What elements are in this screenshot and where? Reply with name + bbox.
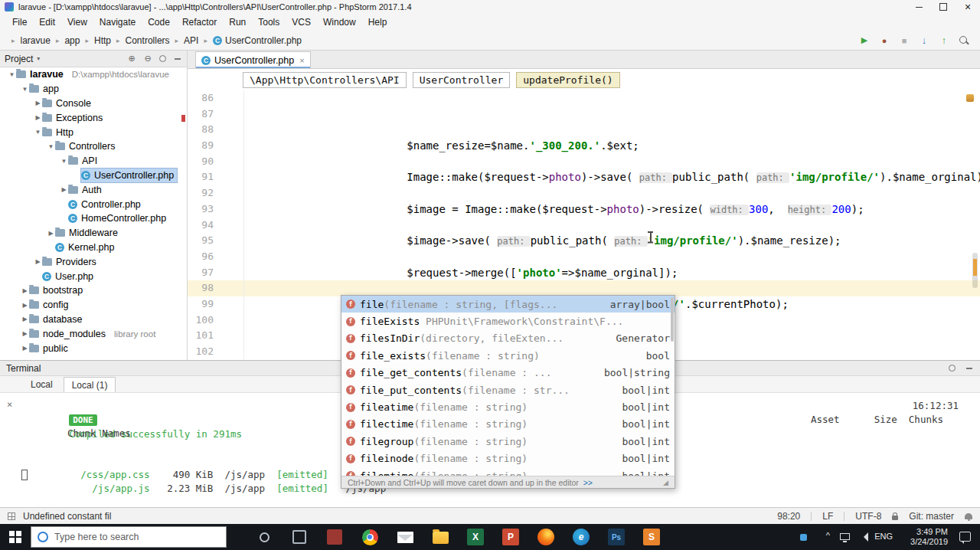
tree-expand-icon[interactable] — [34, 114, 42, 121]
code-line[interactable]: 97 $userphoto=public_path( path: 'img/pr… — [188, 265, 980, 281]
network-icon[interactable] — [840, 533, 850, 540]
code-line[interactable]: 91 $image = Image::make($request->photo)… — [188, 169, 980, 185]
menu-item[interactable]: Refactor — [176, 15, 223, 30]
sublime-icon[interactable]: S — [634, 524, 669, 550]
code-line[interactable]: 87 $name_resize=$name.'_300_200.'.$ext; — [188, 106, 980, 123]
editor-breadcrumb-item[interactable]: updateProfile() — [516, 72, 619, 88]
tray-chevron-icon[interactable]: ^ — [826, 531, 830, 540]
vcs-commit-icon[interactable] — [937, 34, 951, 47]
git-branch-indicator[interactable]: Git: master — [909, 511, 954, 522]
terminal-settings-icon[interactable] — [949, 365, 956, 372]
menu-item[interactable]: View — [61, 15, 93, 30]
tree-expand-icon[interactable] — [60, 186, 68, 193]
file-explorer-icon[interactable] — [423, 524, 458, 550]
editor-tab[interactable]: UserController.php — [195, 51, 311, 68]
search-everywhere-icon[interactable] — [957, 34, 971, 47]
completion-item[interactable]: filemtime (filename : string) bool|int — [341, 467, 675, 476]
project-tree-item[interactable]: Providers — [0, 254, 187, 269]
clock[interactable]: 3:49 PM 3/24/2019 — [910, 527, 948, 547]
menu-item[interactable]: Help — [362, 15, 394, 30]
tree-expand-icon[interactable] — [34, 100, 42, 106]
terminal-tab[interactable]: Local (1) — [64, 377, 116, 392]
project-tree-item[interactable]: UserController.php — [0, 169, 187, 183]
project-tree-item[interactable]: Auth — [0, 182, 187, 197]
menu-item[interactable]: VCS — [286, 15, 317, 30]
taskbar-search-input[interactable]: Type here to search — [31, 526, 227, 548]
run-icon[interactable] — [858, 34, 871, 47]
terminal-close-icon[interactable] — [7, 398, 12, 411]
code-line[interactable]: 96 — [188, 249, 980, 265]
completion-item[interactable]: fileinode (filename : string) bool|int — [341, 450, 675, 467]
code-line[interactable]: 90 — [188, 154, 980, 170]
editor-breadcrumb-item[interactable]: UserController — [413, 72, 511, 88]
tree-expand-icon[interactable] — [60, 158, 68, 165]
notifications-bell-icon[interactable] — [965, 513, 972, 519]
project-tree-item[interactable]: node_modules library root — [0, 326, 187, 341]
project-tree-item[interactable]: database — [0, 313, 187, 327]
completion-item[interactable]: filectime (filename : string) bool|int — [341, 416, 675, 433]
debug-icon[interactable] — [877, 34, 891, 47]
tree-expand-icon[interactable] — [21, 330, 29, 337]
terminal-tab[interactable]: Local — [23, 377, 60, 392]
tree-expand-icon[interactable] — [47, 230, 55, 237]
collapse-all-icon[interactable] — [143, 54, 152, 64]
tree-expand-icon[interactable] — [21, 345, 29, 352]
completion-item[interactable]: file_get_contents (filename : ... bool|s… — [341, 365, 675, 381]
completion-item[interactable]: fileExists PHPUnit\Framework\Constraint\… — [341, 313, 675, 329]
code-line[interactable]: 89 Image::make($request->photo)->save( p… — [188, 138, 980, 154]
inspection-indicator-icon[interactable] — [966, 94, 974, 102]
chrome-icon[interactable] — [352, 524, 387, 550]
project-tree-item[interactable]: HomeController.php — [0, 211, 187, 226]
tree-expand-icon[interactable] — [21, 86, 29, 93]
menu-item[interactable]: Run — [223, 15, 252, 30]
breadcrumb-item[interactable]: Http — [80, 35, 111, 46]
completion-item[interactable]: filesInDir (directory, fileExten... Gene… — [341, 330, 675, 347]
project-tree-item[interactable]: Http — [0, 125, 187, 139]
action-center-icon[interactable] — [959, 532, 971, 542]
warning-stripe-mark[interactable] — [973, 259, 977, 276]
tree-expand-icon[interactable] — [34, 258, 42, 265]
menu-item[interactable]: Navigate — [93, 15, 142, 30]
terminal-hide-icon[interactable] — [965, 364, 974, 373]
menu-item[interactable]: File — [6, 15, 33, 30]
powerpoint-icon[interactable]: P — [493, 524, 528, 550]
start-button[interactable] — [0, 524, 31, 550]
breadcrumb-item[interactable]: API — [170, 35, 199, 46]
edge-browser-icon[interactable]: e — [564, 524, 599, 550]
code-line[interactable]: 86 — [188, 90, 980, 106]
volume-icon[interactable] — [864, 532, 868, 542]
breadcrumb-item[interactable]: UserController.php — [198, 35, 302, 46]
completion-item[interactable]: file (filename : string, [flags... array… — [341, 296, 675, 313]
project-tree-item[interactable]: Controller.php — [0, 197, 187, 211]
code-line[interactable]: 92 — [188, 185, 980, 201]
stop-icon[interactable] — [897, 34, 911, 47]
project-tree-item[interactable]: User.php — [0, 269, 187, 283]
line-ending-indicator[interactable]: LF — [822, 511, 833, 522]
code-line[interactable]: 88 — [188, 122, 980, 138]
app-window-icon[interactable] — [282, 524, 317, 550]
project-tree-item[interactable]: Console — [0, 97, 187, 111]
caret-position[interactable]: 98:20 — [777, 511, 800, 522]
language-indicator[interactable]: ENG — [874, 532, 893, 541]
excel-icon[interactable]: X — [458, 524, 493, 550]
completion-item[interactable]: file_exists (filename : string) bool — [341, 347, 675, 364]
code-line[interactable]: 98 if(file) — [188, 280, 980, 296]
project-tree-item[interactable]: API — [0, 154, 187, 169]
menu-item[interactable]: Code — [142, 15, 176, 30]
mail-icon[interactable] — [387, 524, 423, 550]
status-message[interactable]: Undefined constant fil — [23, 511, 111, 522]
encoding-indicator[interactable]: UTF-8 — [855, 511, 881, 522]
tree-expand-icon[interactable] — [47, 143, 55, 150]
tree-expand-icon[interactable] — [21, 287, 29, 294]
project-tree-item[interactable]: public — [0, 341, 187, 355]
tree-expand-icon[interactable] — [8, 71, 16, 78]
completion-item[interactable]: file_put_contents (filename : str... boo… — [341, 381, 675, 398]
close-button[interactable] — [956, 0, 980, 14]
settings-gear-icon[interactable] — [159, 55, 166, 62]
tool-window-switcher-icon[interactable] — [8, 512, 15, 520]
tree-expand-icon[interactable] — [34, 129, 42, 136]
locate-icon[interactable] — [127, 54, 136, 64]
project-tree-item[interactable]: Kernel.php — [0, 241, 187, 255]
project-panel-header[interactable]: Project ▾ — [0, 51, 187, 67]
code-line[interactable]: 94 — [188, 218, 980, 234]
